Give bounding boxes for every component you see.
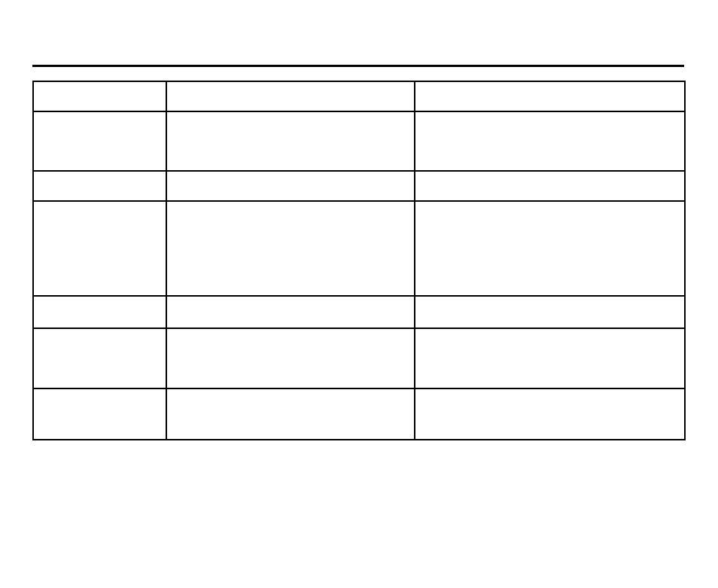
cell-text bbox=[34, 172, 166, 178]
table-cell bbox=[33, 201, 166, 296]
table-row bbox=[33, 81, 685, 111]
table-cell bbox=[166, 328, 415, 388]
table-cell bbox=[33, 328, 166, 388]
cell-text bbox=[415, 172, 684, 178]
cell-text bbox=[415, 82, 684, 88]
table-cell bbox=[166, 201, 415, 296]
table-row bbox=[33, 171, 685, 201]
table-cell bbox=[33, 296, 166, 328]
cell-text bbox=[415, 389, 684, 395]
cell-text bbox=[167, 82, 414, 88]
table-cell bbox=[33, 111, 166, 171]
cell-text bbox=[34, 389, 166, 395]
cell-text bbox=[34, 329, 166, 335]
table-cell bbox=[415, 81, 685, 111]
table-cell bbox=[166, 171, 415, 201]
table-cell bbox=[166, 111, 415, 171]
cell-text bbox=[34, 112, 166, 118]
cell-text bbox=[167, 112, 414, 118]
page-content bbox=[32, 65, 684, 440]
cell-text bbox=[167, 389, 414, 395]
table-cell bbox=[415, 328, 685, 388]
data-table bbox=[32, 81, 686, 440]
table-cell bbox=[166, 81, 415, 111]
table-row bbox=[33, 388, 685, 440]
cell-text bbox=[167, 172, 414, 178]
table-cell bbox=[415, 296, 685, 328]
cell-text bbox=[34, 202, 166, 208]
cell-text bbox=[167, 202, 414, 208]
table-cell bbox=[415, 201, 685, 296]
cell-text bbox=[415, 329, 684, 335]
table-row bbox=[33, 201, 685, 296]
table-cell bbox=[33, 81, 166, 111]
table-cell bbox=[415, 111, 685, 171]
cell-text bbox=[415, 297, 684, 303]
cell-text bbox=[415, 112, 684, 118]
cell-text bbox=[167, 329, 414, 335]
table-cell bbox=[166, 388, 415, 440]
table-cell bbox=[166, 296, 415, 328]
table-cell bbox=[33, 388, 166, 440]
cell-text bbox=[34, 297, 166, 303]
table-row bbox=[33, 328, 685, 388]
cell-text bbox=[34, 82, 166, 88]
cell-text bbox=[415, 202, 684, 208]
table-cell bbox=[415, 171, 685, 201]
cell-text bbox=[167, 297, 414, 303]
table-cell bbox=[33, 171, 166, 201]
table-cell bbox=[415, 388, 685, 440]
table-row bbox=[33, 111, 685, 171]
table-row bbox=[33, 296, 685, 328]
horizontal-rule bbox=[32, 65, 684, 67]
